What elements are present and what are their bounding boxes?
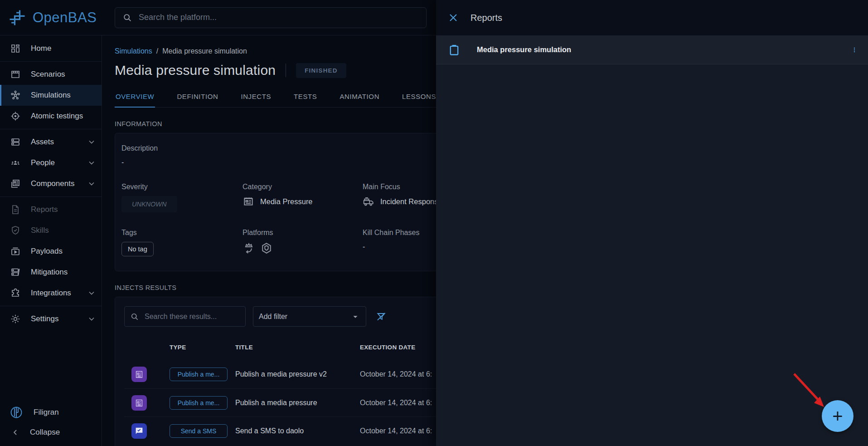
chevron-down-icon[interactable]	[87, 179, 96, 188]
sidebar-item-label: Settings	[31, 314, 58, 323]
chevron-down-icon[interactable]	[87, 137, 96, 147]
sidebar-item-payloads[interactable]: Payloads	[0, 241, 102, 262]
clipboard-icon	[448, 44, 461, 56]
sidebar-divider	[0, 306, 102, 306]
drawer-title: Reports	[470, 13, 502, 23]
sidebar-item-people[interactable]: People	[0, 152, 102, 173]
breadcrumb-simulations-link[interactable]: Simulations	[115, 47, 152, 55]
kebab-menu-icon[interactable]	[849, 44, 860, 55]
shield-check-icon	[10, 225, 21, 236]
sidebar-item-settings[interactable]: Settings	[0, 309, 102, 329]
gear-icon	[10, 314, 21, 324]
sidebar-item-label: Assets	[31, 137, 54, 147]
field-platforms: Platforms	[242, 229, 363, 256]
payloads-icon	[10, 246, 21, 257]
close-icon[interactable]	[448, 12, 459, 23]
clear-filters-icon[interactable]	[375, 311, 387, 323]
filigran-label: Filigran	[34, 408, 59, 417]
app-logo[interactable]: OpenBAS	[0, 8, 102, 28]
sidebar-item-integrations[interactable]: Integrations	[0, 283, 102, 304]
sidebar-footer: Filigran Collapse	[0, 402, 102, 442]
puzzle-icon	[10, 288, 21, 299]
sidebar-item-atomic-testings[interactable]: Atomic testings	[0, 106, 102, 127]
inject-type-chip[interactable]: Publish a me...	[170, 368, 228, 381]
hub-icon	[10, 90, 21, 101]
server-icon	[10, 267, 21, 278]
report-item-label: Media pressure simulation	[477, 45, 849, 54]
severity-badge: UNKNOWN	[121, 196, 177, 212]
column-type: TYPE	[170, 344, 235, 351]
sidebar-item-label: Integrations	[31, 289, 71, 298]
breadcrumb-separator: /	[156, 47, 158, 55]
tab-definition[interactable]: DEFINITION	[176, 86, 219, 107]
inject-title: Publish a media pressure	[235, 399, 360, 407]
results-search[interactable]	[124, 306, 246, 327]
global-search[interactable]	[115, 7, 427, 28]
openbas-logo-icon	[7, 8, 27, 28]
results-search-input[interactable]	[144, 312, 240, 321]
collapse-sidebar-button[interactable]: Collapse	[0, 422, 102, 442]
tab-animation[interactable]: ANIMATION	[339, 86, 380, 107]
title-divider	[286, 64, 286, 77]
platforms-label: Platforms	[242, 229, 363, 237]
inject-type-chip[interactable]: Publish a me...	[170, 396, 228, 410]
report-list-item[interactable]: Media pressure simulation	[436, 35, 868, 64]
inject-title: Publish a media pressure v2	[235, 370, 360, 378]
chevron-down-icon[interactable]	[87, 289, 96, 298]
filigran-link[interactable]: Filigran	[0, 402, 102, 422]
sidebar-item-reports[interactable]: Reports	[0, 199, 102, 220]
groups-icon	[10, 157, 21, 168]
breadcrumb-current: Media pressure simulation	[162, 47, 247, 55]
sidebar-divider	[0, 196, 102, 197]
sidebar-item-skills[interactable]: Skills	[0, 220, 102, 241]
fire-truck-icon	[363, 196, 374, 207]
sidebar-item-label: Simulations	[31, 91, 71, 100]
page-title: Media pressure simulation	[115, 63, 276, 78]
chevron-left-icon	[11, 428, 20, 437]
global-search-input[interactable]	[138, 12, 419, 23]
tag-chip[interactable]: No tag	[121, 242, 154, 256]
sidebar-divider	[0, 61, 102, 62]
storage-icon	[10, 137, 21, 147]
add-filter-select[interactable]: Add filter	[253, 306, 366, 327]
reports-drawer: Reports Media pressure simulation +	[436, 0, 868, 446]
sidebar-item-label: Scenarios	[31, 70, 65, 79]
security-hexagon-icon	[260, 242, 273, 255]
category-value: Media Pressure	[260, 197, 313, 206]
search-icon	[122, 13, 132, 23]
drawer-header: Reports	[436, 0, 868, 35]
add-report-button[interactable]: +	[822, 400, 853, 432]
sidebar-item-components[interactable]: Components	[0, 173, 102, 194]
sidebar-item-label: Atomic testings	[31, 112, 83, 121]
add-filter-label: Add filter	[259, 313, 287, 321]
chevron-down-icon[interactable]	[87, 158, 96, 167]
field-severity: Severity UNKNOWN	[121, 183, 242, 212]
sidebar-item-assets[interactable]: Assets	[0, 132, 102, 152]
components-icon	[10, 178, 21, 189]
tab-injects[interactable]: INJECTS	[240, 86, 272, 107]
sidebar-divider	[0, 129, 102, 129]
sidebar-item-label: Components	[31, 179, 74, 188]
sms-icon	[134, 426, 144, 436]
target-icon	[10, 111, 21, 122]
search-icon	[130, 312, 139, 321]
sidebar-item-simulations[interactable]: Simulations	[0, 85, 102, 106]
column-title: TITLE	[235, 344, 360, 351]
tab-tests[interactable]: TESTS	[293, 86, 318, 107]
tab-overview[interactable]: OVERVIEW	[115, 86, 155, 108]
report-icon	[10, 204, 21, 215]
category-label: Category	[242, 183, 363, 191]
field-category: Category Media Pressure	[242, 183, 363, 212]
sidebar-item-mitigations[interactable]: Mitigations	[0, 262, 102, 283]
sidebar-item-home[interactable]: Home	[0, 38, 102, 59]
sidebar: Home Scenarios Simulations Atomic testin…	[0, 35, 102, 446]
movie-icon	[10, 69, 21, 80]
chevron-down-icon[interactable]	[87, 314, 96, 323]
sidebar-item-label: People	[31, 158, 55, 167]
sidebar-item-label: Reports	[31, 205, 58, 214]
sidebar-item-scenarios[interactable]: Scenarios	[0, 64, 102, 85]
media-channel-icon	[242, 242, 255, 255]
sidebar-item-label: Home	[31, 44, 51, 53]
inject-type-chip[interactable]: Send a SMS	[170, 424, 228, 438]
newspaper-icon	[134, 369, 144, 379]
